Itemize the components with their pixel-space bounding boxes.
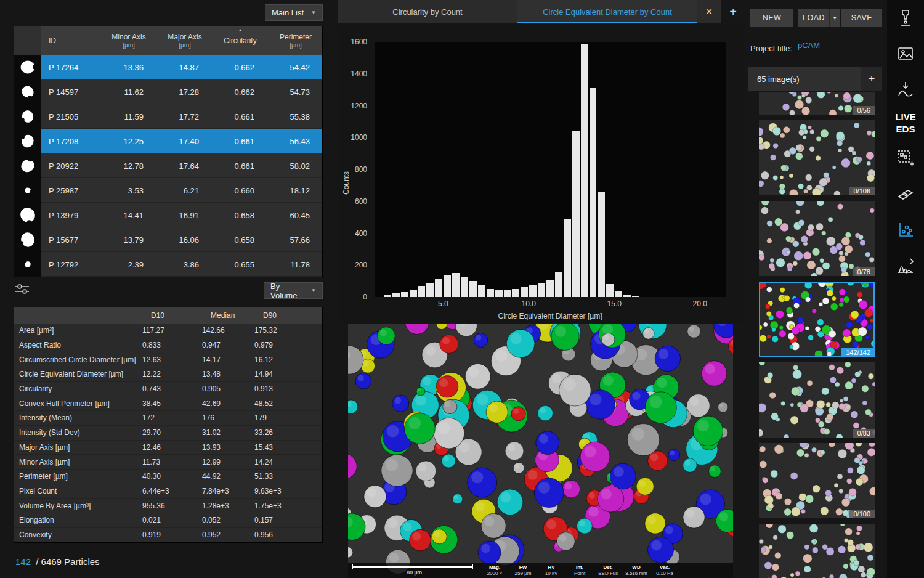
close-tab-icon[interactable]: ✕ <box>697 0 721 23</box>
pixel-grid-icon[interactable] <box>887 140 924 176</box>
major-axis-value: 6.21 <box>157 186 213 195</box>
mesh-layers-icon[interactable] <box>887 176 924 212</box>
y-tick-label: 1200 <box>351 102 367 110</box>
stats-value: 0.021 <box>141 516 201 524</box>
major-axis-value: 17.40 <box>157 137 213 146</box>
image-thumbnail[interactable]: 142/142 <box>759 282 875 357</box>
sem-image <box>348 324 733 578</box>
stats-value: 9.63e+3 <box>253 487 322 495</box>
x-axis-ticks: 5.010.015.020.0 <box>375 299 726 309</box>
image-count-badge: 0/78 <box>853 267 875 276</box>
particle-shape-icon <box>14 153 41 178</box>
stats-row: Elongation0.0210.0520.157 <box>14 513 322 528</box>
particle-id: P 20922 <box>41 161 100 171</box>
main-list-dropdown[interactable]: Main List ▼ <box>265 4 323 21</box>
particle-row[interactable]: P 2150511.5917.720.66155.38 <box>14 104 322 129</box>
particle-row[interactable]: P 1459711.6217.280.66254.73 <box>14 79 322 104</box>
y-tick-label: 1400 <box>351 70 367 78</box>
particle-row[interactable]: P 1567713.7916.060.65857.66 <box>14 227 322 252</box>
image-thumbnail[interactable]: 0/106 <box>759 120 875 195</box>
column-header-minor-axis[interactable]: Minor Axis[µm] <box>100 26 157 55</box>
stats-value: 0.956 <box>253 531 322 539</box>
image-thumbnail[interactable]: 0/78 <box>759 201 875 276</box>
histogram-bar <box>400 292 409 297</box>
histogram-bar <box>495 290 503 297</box>
stats-value: 142.66 <box>201 326 253 335</box>
autofocus-beam-icon[interactable] <box>887 71 924 107</box>
load-dropdown-button[interactable]: ▼ <box>829 9 840 27</box>
image-thumbnail[interactable]: 0/56 <box>759 92 875 115</box>
live-eds-button[interactable]: LIVE EDS <box>895 111 915 136</box>
particle-row[interactable]: P 127922.393.860.65511.78 <box>14 252 322 277</box>
column-header-perimeter[interactable]: Perimeter[µm] <box>268 26 323 55</box>
image-thumbnail[interactable]: 0/83 <box>759 362 875 438</box>
metadata-item: HV10 kV <box>537 564 565 577</box>
y-tick-label: 0 <box>363 293 367 301</box>
stats-metric-label: Major Axis [µm] <box>14 443 141 452</box>
stats-value: 0.913 <box>253 385 322 393</box>
save-project-button[interactable]: SAVE <box>841 9 882 27</box>
image-thumbnail[interactable]: 0/100 <box>759 443 875 518</box>
histogram-bar <box>546 280 554 297</box>
particle-analysis-icon[interactable] <box>887 212 924 248</box>
stats-value: 0.743 <box>141 385 201 393</box>
major-axis-value: 16.06 <box>157 235 213 245</box>
project-title-label: Project title: <box>750 44 792 53</box>
perimeter-value: 56.43 <box>268 137 323 146</box>
stats-metric-label: Circularity <box>14 385 141 393</box>
y-tick-label: 200 <box>355 261 367 269</box>
add-image-button[interactable]: + <box>861 67 882 91</box>
image-thumbnail[interactable] <box>759 524 875 578</box>
metadata-label: HV <box>537 564 565 571</box>
minor-axis-value: 12.78 <box>100 161 157 171</box>
column-header-circularity[interactable]: ▲Circularity <box>213 26 268 55</box>
metadata-item: WD8.516 mm <box>622 564 650 577</box>
stats-row: Area [µm²]117.27142.66175.32 <box>14 324 322 338</box>
project-title-field[interactable]: pCAM <box>798 41 857 52</box>
histogram-bar <box>606 284 614 297</box>
particle-row[interactable]: P 259873.536.210.66018.12 <box>14 178 322 203</box>
spectrum-measure-icon[interactable] <box>887 248 924 283</box>
tab-circularity-by-count[interactable]: Circularity by Count <box>338 0 517 23</box>
particle-row[interactable]: P 1720812.2517.400.66156.43 <box>14 129 322 153</box>
add-tab-button[interactable]: + <box>726 4 740 19</box>
image-count-badge: 142/142 <box>841 348 875 357</box>
column-header-major-axis[interactable]: Major Axis[µm] <box>157 26 213 55</box>
stats-value: 0.052 <box>201 516 253 524</box>
y-axis-ticks: 02004006008001000120014001600 <box>338 42 371 297</box>
stats-row: Volume By Area [µm³]955.361.28e+31.75e+3 <box>14 499 322 513</box>
column-header-id[interactable]: ID <box>41 26 100 55</box>
load-project-button[interactable]: LOAD <box>798 9 829 27</box>
particle-id: P 12792 <box>41 260 100 269</box>
app-root: Main List ▼ IDMinor Axis[µm]Major Axis[µ… <box>0 0 924 578</box>
x-tick-label: 15.0 <box>607 299 622 308</box>
histogram-bar <box>580 44 589 297</box>
circularity-value: 0.658 <box>213 235 268 245</box>
perimeter-value: 60.45 <box>268 211 323 220</box>
column-header-median: Median <box>201 311 253 320</box>
image-capture-icon[interactable] <box>887 36 924 71</box>
new-project-button[interactable]: NEW <box>750 9 793 27</box>
filter-settings-icon[interactable] <box>15 283 30 295</box>
particle-id: P 21505 <box>41 112 100 121</box>
tab-circle-equivalent-diameter-by-count[interactable]: Circle Equivalent Diameter by Count <box>517 0 697 23</box>
circularity-value: 0.660 <box>213 186 268 195</box>
histogram-bar <box>520 287 529 297</box>
metadata-value: 2000 × <box>480 571 509 577</box>
stats-row: Intensity (Std Dev)29.7031.0233.26 <box>14 426 322 441</box>
particle-shape-icon <box>14 79 41 104</box>
particle-row[interactable]: P 1726413.3614.870.66254.42 <box>14 55 322 79</box>
particle-shape-icon <box>14 252 41 277</box>
stats-mode-dropdown[interactable]: By Volume ▼ <box>264 282 323 299</box>
metadata-label: Vac. <box>650 564 679 571</box>
histogram-chart: Counts 02004006008001000120014001600 5.0… <box>338 25 744 323</box>
metadata-item: Det.BSD Full <box>594 564 622 577</box>
major-axis-value: 3.86 <box>157 260 213 269</box>
minor-axis-value: 11.59 <box>100 112 157 121</box>
particle-row[interactable]: P 2092212.7817.640.66158.02 <box>14 153 322 178</box>
particle-row[interactable]: P 1397914.4116.910.65860.45 <box>14 203 322 227</box>
particles-count-footer: 142 / 6469 Particles <box>15 556 100 567</box>
sem-image-view[interactable]: 80 µm Mag.2000 ×FW259 µmHV10 kVInt.Point… <box>348 324 733 578</box>
metadata-items: Mag.2000 ×FW259 µmHV10 kVInt.PointDet.BS… <box>480 564 679 577</box>
optics-column-icon[interactable] <box>887 0 924 36</box>
